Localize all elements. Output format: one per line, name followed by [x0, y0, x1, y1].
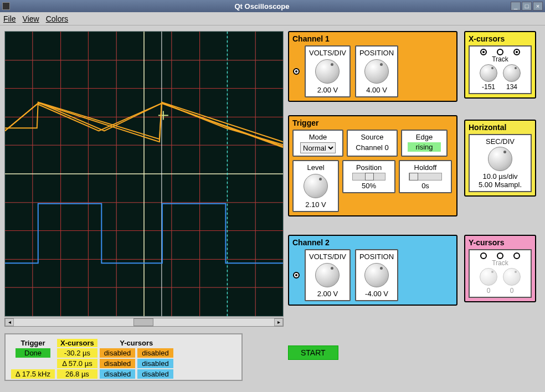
status-xcursors-header: X-cursors: [57, 339, 97, 347]
status-y3b: disabled: [137, 369, 173, 379]
trigger-mode-box: Mode Normal: [292, 130, 343, 157]
oscilloscope-display[interactable]: [4, 31, 284, 317]
status-y3a: disabled: [100, 369, 135, 379]
scope-scrollbar[interactable]: ◂ ▸: [4, 318, 284, 327]
trigger-source-box: Source Channel 0: [347, 130, 398, 157]
status-x3: 26.8 µs: [57, 369, 97, 379]
status-y1b: disabled: [137, 348, 173, 358]
horizontal-panel: Horizontal SEC/DIV 10.0 µs/div 5.00 Msam…: [464, 120, 536, 197]
ycursor-track-label: Track: [492, 259, 508, 267]
status-trigger-state: Done: [16, 348, 50, 358]
ch1-position-knob[interactable]: [364, 59, 389, 84]
trigger-title: Trigger: [292, 118, 453, 127]
status-y2b: disabled: [137, 359, 173, 368]
scroll-left-button[interactable]: ◂: [5, 318, 14, 326]
status-y1a: disabled: [100, 348, 135, 358]
trigger-holdoff-slider[interactable]: [409, 173, 442, 180]
status-x1: -30.2 µs: [57, 348, 97, 358]
channel-2-panel: Channel 2 VOLTS/DIV 2.00 V POSITION -4.0…: [288, 235, 457, 306]
ycursor-radio-track[interactable]: [497, 252, 503, 259]
xcursor-radio-track[interactable]: [497, 49, 503, 55]
xcursor-radio-2[interactable]: [513, 49, 520, 55]
xcursor-knob-2[interactable]: [503, 64, 521, 82]
status-trigger-delta: Δ 17.5 kHz: [11, 369, 55, 379]
menu-colors[interactable]: Colors: [46, 14, 68, 23]
ch2-position-knob[interactable]: [364, 263, 389, 287]
y-cursors-panel: Y-cursors Track 0 0: [464, 235, 536, 302]
ch2-volts-knob[interactable]: [315, 263, 340, 287]
ycursor-knob-2[interactable]: [503, 268, 521, 286]
ch2-position-box: POSITION -4.00 V: [355, 249, 398, 301]
trigger-panel: Trigger Mode Normal Source Channel 0 Edg…: [288, 115, 457, 216]
xcursor-radio-1[interactable]: [480, 49, 487, 55]
menu-file[interactable]: File: [3, 14, 16, 23]
trigger-holdoff-box: Holdoff 0s: [399, 160, 452, 193]
trigger-position-box: Position 50%: [342, 160, 395, 193]
ch1-volts-knob[interactable]: [315, 59, 340, 84]
menu-view[interactable]: View: [23, 14, 39, 23]
trigger-level-knob[interactable]: [304, 174, 328, 198]
window-title: Qt Oscilloscope: [13, 2, 511, 11]
x-cursors-panel: X-cursors Track -151 134: [464, 31, 536, 99]
ch1-volts-box: VOLTS/DIV 2.00 V: [305, 45, 351, 97]
status-y2a: disabled: [100, 359, 135, 368]
window-titlebar: Qt Oscilloscope _ □ ×: [0, 0, 545, 12]
status-panel: Trigger X-cursors Y-cursors Done -30.2 µ…: [4, 333, 243, 381]
xcursor-track-label: Track: [492, 55, 508, 63]
horizontal-secdiv-knob[interactable]: [488, 147, 512, 171]
trigger-edge-box: Edge rising: [401, 130, 448, 157]
scroll-right-button[interactable]: ▸: [274, 318, 283, 326]
trigger-level-box: Level 2.10 V: [292, 160, 339, 212]
channel-2-enable-radio[interactable]: [293, 272, 300, 278]
maximize-button[interactable]: □: [522, 2, 532, 11]
status-ycursors-header: Y-cursors: [100, 339, 173, 347]
channel-1-panel: Channel 1 VOLTS/DIV 2.00 V POSITION 4.00…: [288, 31, 457, 102]
ch2-volts-box: VOLTS/DIV 2.00 V: [305, 249, 351, 301]
xcursor-knob-1[interactable]: [480, 64, 497, 82]
y-cursors-title: Y-cursors: [469, 238, 532, 247]
status-trigger-header: Trigger: [11, 339, 55, 347]
channel-1-title: Channel 1: [292, 34, 453, 43]
x-cursors-title: X-cursors: [469, 34, 532, 43]
trigger-mode-select[interactable]: Normal: [300, 142, 336, 153]
status-x2: Δ 57.0 µs: [57, 359, 97, 368]
scroll-thumb[interactable]: [133, 318, 153, 326]
ycursor-knob-1[interactable]: [480, 268, 497, 286]
ycursor-radio-2[interactable]: [513, 252, 520, 259]
close-button[interactable]: ×: [533, 2, 543, 11]
trigger-position-slider[interactable]: [352, 173, 385, 180]
minimize-button[interactable]: _: [511, 2, 521, 11]
menu-bar: File View Colors: [0, 12, 545, 25]
horizontal-title: Horizontal: [469, 123, 532, 132]
ycursor-radio-1[interactable]: [480, 252, 487, 259]
channel-2-title: Channel 2: [292, 238, 453, 247]
start-button[interactable]: START: [288, 345, 338, 360]
ch1-position-box: POSITION 4.00 V: [355, 45, 398, 97]
app-icon: [2, 2, 10, 10]
trigger-edge-value[interactable]: rising: [408, 142, 440, 152]
channel-1-enable-radio[interactable]: [293, 68, 300, 75]
